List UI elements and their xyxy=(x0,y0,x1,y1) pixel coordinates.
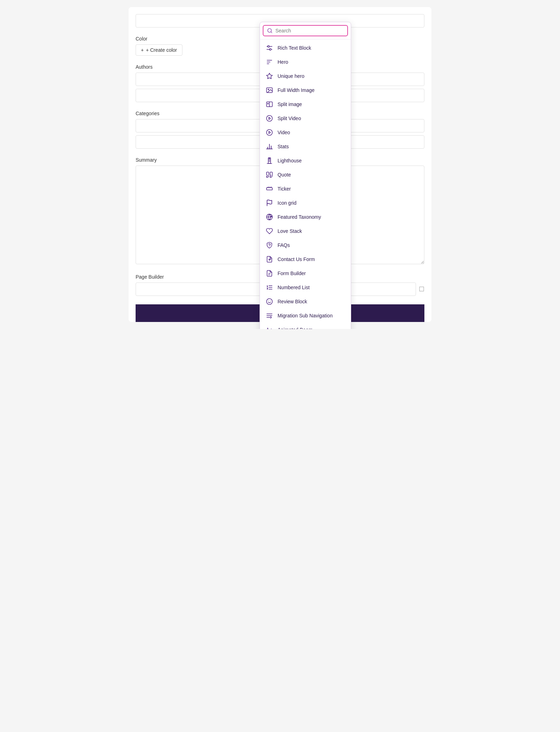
ticker-icon xyxy=(266,185,273,193)
item-label: Quote xyxy=(278,172,291,178)
contact-form-icon xyxy=(266,255,273,263)
item-label: Split Video xyxy=(278,116,301,121)
svg-marker-13 xyxy=(269,131,270,134)
lighthouse-icon xyxy=(266,157,273,165)
item-label: Form Builder xyxy=(278,271,306,276)
review-icon xyxy=(266,298,273,305)
item-label: Icon grid xyxy=(278,200,297,206)
list-item[interactable]: Love Stack xyxy=(260,224,351,238)
item-label: Numbered List xyxy=(278,285,310,290)
item-label: Unique hero xyxy=(278,73,304,79)
item-label: Featured Taxonomy xyxy=(278,214,321,220)
form-builder-icon xyxy=(266,269,273,277)
item-label: Review Block xyxy=(278,299,307,304)
item-label: Stats xyxy=(278,144,289,149)
star-icon xyxy=(266,72,273,80)
dropdown-search-wrapper xyxy=(263,25,348,36)
item-label: Video xyxy=(278,130,290,135)
svg-point-9 xyxy=(268,103,269,104)
item-label: Full Width Image xyxy=(278,87,315,93)
numbered-list-icon xyxy=(266,284,273,291)
list-item[interactable]: Full Width Image xyxy=(260,83,351,97)
item-label: Split image xyxy=(278,101,302,107)
list-item[interactable]: Featured Taxonomy xyxy=(260,210,351,224)
list-item[interactable]: Split Video xyxy=(260,111,351,125)
plus-icon: + xyxy=(141,47,144,53)
split-video-icon xyxy=(266,114,273,122)
item-label: Lighthouse xyxy=(278,158,302,163)
item-label: Hero xyxy=(278,59,288,65)
full-image-icon xyxy=(266,86,273,94)
list-item[interactable]: Review Block xyxy=(260,294,351,309)
item-label: Rich Text Block xyxy=(278,45,311,51)
svg-point-19 xyxy=(269,158,270,159)
list-item[interactable]: Ticker xyxy=(260,182,351,196)
heading-icon xyxy=(266,58,273,66)
list-item[interactable]: Split image xyxy=(260,97,351,111)
svg-point-6 xyxy=(268,89,269,90)
dropdown-list: Rich Text Block Hero Unique hero xyxy=(260,39,351,329)
list-item[interactable]: Lighthouse xyxy=(260,154,351,168)
shield-question-icon xyxy=(266,241,273,249)
create-color-label: + Create color xyxy=(146,47,177,53)
create-color-button[interactable]: + + Create color xyxy=(136,44,182,56)
item-label: Ticker xyxy=(278,186,291,192)
item-label: Love Stack xyxy=(278,228,302,234)
eyes-icon xyxy=(266,44,273,52)
list-item[interactable]: Icon grid xyxy=(260,196,351,210)
item-label: Animated Beam xyxy=(278,327,313,329)
list-item[interactable]: Stats xyxy=(260,139,351,154)
split-image-icon xyxy=(266,100,273,108)
globe-search-icon xyxy=(266,213,273,221)
search-icon xyxy=(267,28,273,33)
dropdown-search-input[interactable] xyxy=(275,28,344,33)
dropdown-search-container xyxy=(260,22,351,39)
item-label: Migration Sub Navigation xyxy=(278,313,332,318)
list-item[interactable]: Numbered List xyxy=(260,280,351,294)
animated-beam-icon xyxy=(266,326,273,329)
svg-line-1 xyxy=(271,32,272,33)
sub-nav-icon xyxy=(266,312,273,320)
list-item[interactable]: Unique hero xyxy=(260,69,351,83)
list-item[interactable]: Video xyxy=(260,125,351,139)
list-item[interactable]: Hero xyxy=(260,55,351,69)
item-label: FAQs xyxy=(278,242,290,248)
list-item[interactable]: FAQs xyxy=(260,238,351,252)
page-container: Color + + Create color Authors Categorie… xyxy=(129,7,431,322)
svg-point-10 xyxy=(267,116,273,122)
list-item[interactable]: Form Builder xyxy=(260,266,351,280)
list-item[interactable]: Contact Us Form xyxy=(260,252,351,266)
list-item[interactable]: Animated Beam xyxy=(260,323,351,329)
item-label: Contact Us Form xyxy=(278,256,315,262)
dropdown-overlay: Rich Text Block Hero Unique hero xyxy=(260,22,351,329)
svg-marker-11 xyxy=(269,117,270,120)
svg-point-12 xyxy=(267,130,273,136)
video-icon xyxy=(266,129,273,136)
flag-icon xyxy=(266,199,273,207)
quote-icon xyxy=(266,171,273,179)
list-item[interactable]: Migration Sub Navigation xyxy=(260,309,351,323)
list-item[interactable]: Rich Text Block xyxy=(260,41,351,55)
bar-chart-icon xyxy=(266,143,273,150)
heart-icon xyxy=(266,227,273,235)
page-builder-icon[interactable]: ☐ xyxy=(419,285,424,293)
list-item[interactable]: Quote xyxy=(260,168,351,182)
svg-marker-4 xyxy=(267,73,273,79)
svg-rect-20 xyxy=(267,188,273,190)
